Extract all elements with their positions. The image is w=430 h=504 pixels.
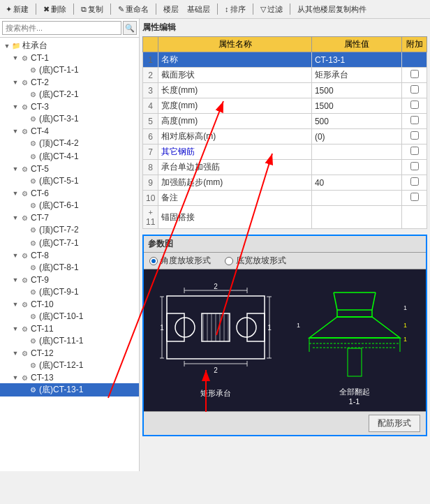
tree-area: ▼ 📁 柱承台 ▼ ⚙ CT-1 ⚙ (底)CT-1-1 ▼ ⚙ [0, 38, 139, 471]
prop-checkbox-5[interactable] [402, 114, 427, 129]
prop-checkbox-9[interactable] [402, 175, 427, 191]
prop-checkbox-7[interactable] [402, 144, 427, 160]
ref-diagram-title: 参数图 [144, 236, 426, 253]
tree-node-ct4-2[interactable]: ⚙ (顶)CT-4-2 [0, 137, 139, 150]
root-folder-icon: 📁 [11, 41, 21, 51]
ct9-1-gear-icon: ⚙ [28, 288, 38, 297]
tree-node-ct11-1[interactable]: ⚙ (底)CT-11-1 [0, 334, 139, 348]
diagram-canvas: 2 1 2 1 [144, 269, 426, 411]
ct12-expand-icon[interactable]: ▼ [11, 349, 20, 357]
ct10-expand-icon[interactable]: ▼ [11, 300, 20, 309]
tree-node-ct12[interactable]: ▼ ⚙ CT-12 [0, 348, 139, 359]
prop-value-2: 矩形承台 [311, 68, 401, 83]
tree-node-ct1[interactable]: ▼ ⚙ CT-1 [0, 52, 139, 64]
ct9-expand-icon[interactable]: ▼ [11, 276, 20, 284]
tree-node-ct9[interactable]: ▼ ⚙ CT-9 [0, 274, 139, 286]
search-button[interactable]: 🔍 [123, 21, 137, 35]
config-button[interactable]: 配筋形式 [369, 415, 420, 432]
tree-node-ct6[interactable]: ▼ ⚙ CT-6 [0, 188, 139, 199]
radio-angle[interactable]: 角度放坡形式 [149, 255, 211, 267]
tree-root[interactable]: ▼ 📁 柱承台 [0, 39, 139, 52]
import-button[interactable]: 从其他楼层复制构件 [295, 3, 369, 15]
tree-node-ct6-1[interactable]: ⚙ (底)CT-6-1 [0, 199, 139, 212]
prop-value-5: 500 [311, 114, 401, 129]
checkbox-7[interactable] [410, 147, 419, 155]
tree-node-ct7[interactable]: ▼ ⚙ CT-7 [0, 212, 139, 223]
base-layer-button[interactable]: 基础层 [184, 3, 213, 15]
left-diagram-svg: 2 1 2 1 [160, 275, 272, 387]
tree-node-ct3-1[interactable]: ⚙ (底)CT-3-1 [0, 112, 139, 126]
ct8-expand-icon[interactable]: ▼ [11, 251, 20, 260]
prop-checkbox-10[interactable] [402, 191, 427, 206]
radio-bottom[interactable]: 底宽放坡形式 [225, 255, 286, 267]
prop-checkbox-6[interactable] [402, 129, 427, 144]
prop-checkbox-8[interactable] [402, 160, 427, 175]
ct7-expand-icon[interactable]: ▼ [11, 214, 20, 222]
tree-node-ct5-1[interactable]: ⚙ (底)CT-5-1 [0, 175, 139, 188]
prop-name-10: 备注 [158, 191, 312, 206]
prop-value-11 [311, 206, 401, 229]
checkbox-10[interactable] [410, 193, 419, 201]
checkbox-8[interactable] [410, 162, 419, 170]
layer-dropdown[interactable]: 楼层 [161, 3, 181, 15]
checkbox-4[interactable] [410, 101, 419, 109]
tree-node-ct2-1[interactable]: ⚙ (底)CT-2-1 [0, 88, 139, 101]
tree-node-ct1-1[interactable]: ⚙ (底)CT-1-1 [0, 64, 139, 77]
ct1-expand-icon[interactable]: ▼ [11, 54, 20, 62]
tree-node-ct7-2[interactable]: ⚙ (顶)CT-7-2 [0, 223, 139, 237]
checkbox-5[interactable] [410, 116, 419, 124]
prop-checkbox-11[interactable] [402, 206, 427, 229]
ct1-1-gear-icon: ⚙ [28, 66, 38, 75]
tree-node-ct4-1[interactable]: ⚙ (底)CT-4-1 [0, 150, 139, 163]
tree-node-ct8[interactable]: ▼ ⚙ CT-8 [0, 250, 139, 261]
new-button[interactable]: ✦ 新建 [3, 3, 31, 15]
ct4-expand-icon[interactable]: ▼ [11, 127, 20, 135]
tree-node-ct5[interactable]: ▼ ⚙ CT-5 [0, 163, 139, 175]
tree-node-ct3[interactable]: ▼ ⚙ CT-3 [0, 101, 139, 112]
prop-checkbox-2[interactable] [402, 68, 427, 83]
prop-checkbox-4[interactable] [402, 98, 427, 114]
prop-row-num-7: 7 [143, 144, 158, 160]
ct2-expand-icon[interactable]: ▼ [11, 78, 20, 87]
checkbox-9[interactable] [410, 177, 419, 186]
search-input[interactable] [2, 21, 121, 35]
ct3-expand-icon[interactable]: ▼ [11, 103, 20, 111]
ct5-expand-icon[interactable]: ▼ [11, 165, 20, 173]
checkbox-3[interactable] [410, 85, 419, 94]
filter-button[interactable]: ▽ 过滤 [258, 3, 286, 15]
ct13-1-gear-icon: ⚙ [28, 385, 38, 395]
tree-node-ct12-1[interactable]: ⚙ (底)CT-12-1 [0, 359, 139, 372]
copy-button[interactable]: ⧉ 复制 [78, 3, 106, 15]
tree-node-ct2[interactable]: ▼ ⚙ CT-2 [0, 77, 139, 88]
tree-node-ct4[interactable]: ▼ ⚙ CT-4 [0, 126, 139, 137]
tree-node-ct11[interactable]: ▼ ⚙ CT-11 [0, 323, 139, 334]
tree-node-ct7-1[interactable]: ⚙ (底)CT-7-1 [0, 237, 139, 250]
left-panel: 🔍 ▼ 📁 柱承台 ▼ ⚙ CT-1 ⚙ (底)CT-1-1 [0, 19, 140, 471]
prop-checkbox-1[interactable] [402, 52, 427, 68]
prop-value-1[interactable]: CT-13-1 [311, 52, 401, 68]
right-diagram-label2: 1-1 [349, 397, 360, 406]
tree-node-ct10-1[interactable]: ⚙ (底)CT-10-1 [0, 310, 139, 323]
checkbox-6[interactable] [410, 131, 419, 140]
prop-checkbox-3[interactable] [402, 83, 427, 98]
tree-node-ct13[interactable]: ▼ ⚙ CT-13 [0, 372, 139, 383]
prop-value-8 [311, 160, 401, 175]
separator [73, 3, 74, 15]
ct6-expand-icon[interactable]: ▼ [11, 189, 20, 198]
checkbox-2[interactable] [410, 70, 419, 78]
ct11-expand-icon[interactable]: ▼ [11, 325, 20, 333]
separator [36, 3, 36, 15]
delete-button[interactable]: ✖ 删除 [40, 3, 69, 15]
search-box: 🔍 [0, 19, 139, 38]
tree-node-ct9-1[interactable]: ⚙ (底)CT-9-1 [0, 286, 139, 299]
tree-node-ct13-1[interactable]: ⚙ (底)CT-13-1 [0, 383, 139, 396]
tree-node-ct8-1[interactable]: ⚙ (底)CT-8-1 [0, 261, 139, 274]
ct13-label: CT-13 [29, 373, 54, 383]
main-area: 🔍 ▼ 📁 柱承台 ▼ ⚙ CT-1 ⚙ (底)CT-1-1 [0, 19, 430, 471]
root-expand-icon[interactable]: ▼ [3, 42, 11, 50]
tree-node-ct10[interactable]: ▼ ⚙ CT-10 [0, 299, 139, 310]
sort-button[interactable]: ↕ 排序 [222, 3, 249, 15]
rename-button[interactable]: ✎ 重命名 [115, 3, 151, 15]
ct13-expand-icon[interactable]: ▼ [11, 373, 20, 382]
ct11-1-gear-icon: ⚙ [28, 336, 38, 346]
